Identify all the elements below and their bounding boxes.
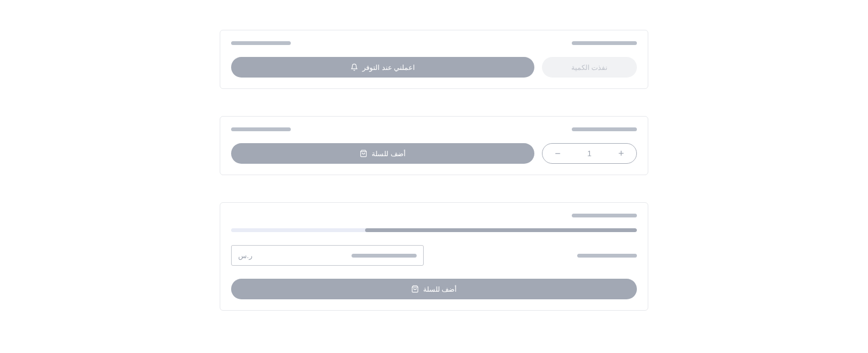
bell-icon [350, 63, 358, 71]
shopping-bag-icon [360, 150, 367, 157]
out-of-stock-label: نفذت الكمية [571, 63, 608, 72]
add-to-cart-label: أضف للسلة [423, 285, 457, 293]
add-to-cart-button[interactable]: أضف للسلة [231, 143, 534, 164]
product-card-add-to-cart: + 1 − أضف للسلة [220, 116, 648, 175]
donation-input-placeholder [352, 254, 417, 258]
progress-fill [365, 228, 637, 232]
notify-me-button[interactable]: اعملني عند التوفر [231, 57, 534, 78]
currency-label: ر.س [238, 252, 252, 260]
card-header [231, 41, 637, 45]
quantity-increase-button[interactable]: + [616, 148, 627, 159]
card-header [231, 214, 637, 217]
product-title-placeholder [572, 41, 637, 45]
donation-amount-input[interactable]: ر.س [231, 245, 424, 266]
progress-bar [231, 228, 637, 232]
add-to-cart-button[interactable]: أضف للسلة [231, 279, 637, 299]
notify-me-label: اعملني عند التوفر [362, 63, 415, 72]
donation-input-row: ر.س [231, 245, 637, 266]
quantity-decrease-button[interactable]: − [552, 148, 563, 159]
actions-row: نفذت الكمية اعملني عند التوفر [231, 57, 637, 78]
product-card-out-of-stock: نفذت الكمية اعملني عند التوفر [220, 30, 648, 89]
shopping-bag-icon [411, 285, 419, 293]
product-price-placeholder [231, 41, 291, 45]
donation-card: ر.س أضف للسلة [220, 202, 648, 311]
add-to-cart-label: أضف للسلة [372, 150, 406, 158]
quantity-value: 1 [588, 149, 592, 158]
donation-title-placeholder [572, 214, 637, 217]
donation-label-placeholder [577, 254, 637, 258]
actions-row: + 1 − أضف للسلة [231, 143, 637, 164]
quantity-stepper: + 1 − [542, 143, 637, 164]
product-price-placeholder [231, 127, 291, 131]
out-of-stock-button: نفذت الكمية [542, 57, 637, 78]
card-header [231, 127, 637, 131]
product-title-placeholder [572, 127, 637, 131]
